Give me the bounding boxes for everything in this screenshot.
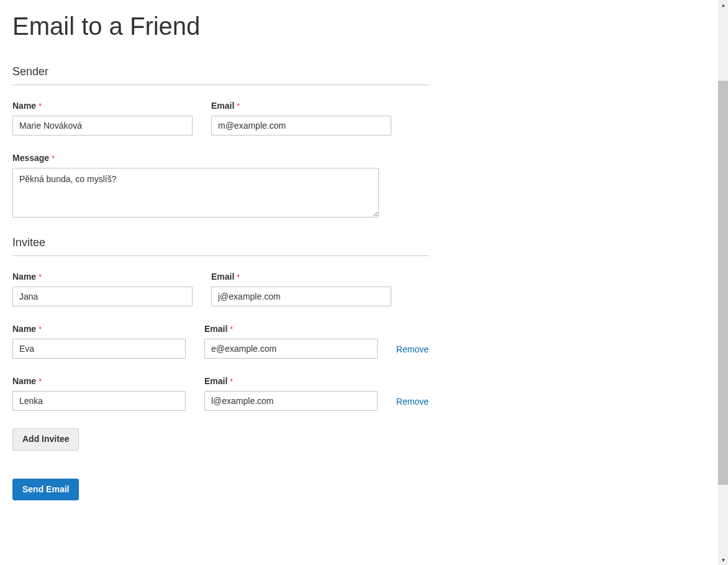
- sender-message-label: Message*: [12, 153, 379, 163]
- required-asterisk: *: [39, 377, 42, 386]
- scroll-up-arrow-icon[interactable]: ▴: [718, 0, 728, 10]
- page-title: Email to a Friend: [12, 12, 706, 40]
- invitee-name-label: Name*: [12, 272, 193, 282]
- required-asterisk: *: [237, 273, 240, 282]
- invitee-email-input[interactable]: [211, 287, 391, 306]
- invitee-name-input[interactable]: [12, 339, 186, 359]
- sender-email-label: Email*: [211, 101, 391, 111]
- invitee-heading: Invitee: [12, 236, 429, 256]
- invitee-email-input[interactable]: [204, 339, 378, 359]
- sender-message-textarea[interactable]: Pěkná bunda, co myslíš?: [12, 168, 379, 218]
- scroll-down-arrow-icon[interactable]: ▾: [718, 555, 728, 565]
- invitee-row: Name*Email*: [12, 272, 429, 306]
- invitee-row: Name*Email*Remove: [12, 376, 429, 411]
- required-asterisk: *: [230, 325, 233, 334]
- required-asterisk: *: [39, 325, 42, 334]
- invitee-name-input[interactable]: [12, 391, 186, 411]
- invitee-email-label: Email*: [211, 272, 391, 282]
- required-asterisk: *: [39, 102, 42, 111]
- invitee-name-label: Name*: [12, 324, 186, 334]
- sender-email-input[interactable]: [211, 116, 391, 136]
- remove-invitee-link[interactable]: Remove: [396, 344, 429, 359]
- required-asterisk: *: [52, 154, 55, 163]
- send-email-button[interactable]: Send Email: [12, 479, 79, 501]
- sender-heading: Sender: [12, 65, 429, 85]
- scrollbar-track[interactable]: ▴ ▾: [718, 0, 728, 565]
- invitee-name-input[interactable]: [12, 287, 193, 306]
- remove-invitee-link[interactable]: Remove: [396, 397, 429, 411]
- add-invitee-button[interactable]: Add Invitee: [12, 428, 79, 451]
- scrollbar-thumb[interactable]: [718, 81, 728, 485]
- invitee-name-label: Name*: [12, 376, 186, 386]
- sender-name-input[interactable]: [12, 116, 193, 136]
- sender-name-label: Name*: [12, 101, 193, 111]
- required-asterisk: *: [237, 102, 240, 111]
- required-asterisk: *: [39, 273, 42, 282]
- invitee-email-label: Email*: [204, 324, 378, 334]
- required-asterisk: *: [230, 377, 233, 386]
- invitee-row: Name*Email*Remove: [12, 324, 429, 359]
- invitee-email-label: Email*: [204, 376, 378, 386]
- invitee-email-input[interactable]: [204, 391, 378, 411]
